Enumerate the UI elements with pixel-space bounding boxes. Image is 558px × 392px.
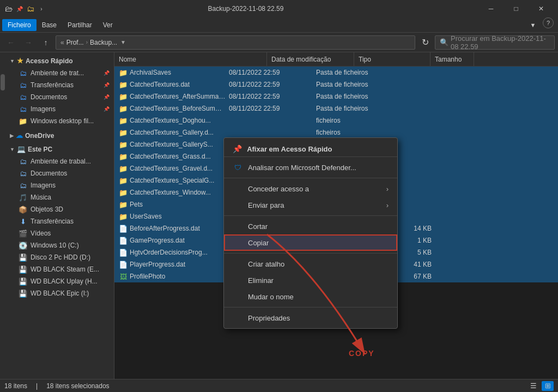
folder-icon: 🗂	[19, 181, 27, 190]
file-type: Pasta de ficheiros	[316, 69, 392, 76]
folder-icon: 📁	[119, 200, 128, 209]
minimize-button[interactable]: ─	[478, 0, 504, 17]
search-box[interactable]: 🔍 Procurar em Backup-2022-11-08 22.59	[435, 35, 555, 50]
send-icon	[233, 200, 242, 210]
help-button[interactable]: ?	[543, 17, 554, 28]
context-item-defender[interactable]: 🛡 Analisar com Microsoft Defender...	[224, 159, 397, 176]
table-row[interactable]: 📁 CatchedTextures_Gallery.d... ficheiros	[114, 126, 558, 138]
menu-base[interactable]: Base	[37, 19, 62, 31]
sidebar-item-objetos3d[interactable]: 📦 Objetos 3D	[5, 203, 114, 215]
sidebar-item-docs[interactable]: 🗂 Documentos	[5, 167, 114, 179]
context-item-mudar-nome[interactable]: Mudar o nome	[224, 288, 397, 305]
title-bar: 🗁 📌 🗂 › Backup-2022-11-08 22.59 ─ □ ✕	[0, 0, 558, 17]
status-bar: 18 itens | 18 itens selecionados ☰ ⊞	[0, 379, 558, 392]
file-date: 08/11/2022 22:59	[229, 105, 316, 112]
star-icon: ★	[17, 57, 23, 65]
help-dropdown[interactable]: ▼	[525, 17, 541, 33]
sidebar-scroll-area	[0, 52, 5, 379]
sidebar-item-ambiente[interactable]: 🗂 Ambiente de trat... 📌	[5, 67, 114, 79]
context-separator	[224, 253, 397, 254]
file-name: CatchedTextures_Gravel.d...	[130, 165, 229, 172]
file-icon-cell: 📁 CatchedTextures_AfterSummary.dat	[114, 92, 229, 101]
sidebar-item-drive-e[interactable]: 💾 WD BLACK Steam (E...	[5, 263, 114, 275]
sidebar-item-videos[interactable]: 🎬 Vídeos	[5, 227, 114, 239]
drive-icon: 💾	[19, 253, 27, 262]
file-date: 08/11/2022 22:59	[229, 93, 316, 100]
file-icon-cell: 📁 CatchedTextures_BeforeSummary.dat	[114, 104, 229, 113]
context-item-label: Analisar com Microsoft Defender...	[248, 164, 356, 172]
file-name: PlayerProgress.dat	[130, 261, 229, 268]
up-button[interactable]: ↑	[38, 35, 53, 50]
sidebar-item-drive-d[interactable]: 💾 Disco 2 Pc HDD (D:)	[5, 251, 114, 263]
file-type: Pasta de ficheiros	[316, 105, 392, 112]
sidebar-item-documentos[interactable]: 🗂 Documentos 📌	[5, 91, 114, 103]
table-row[interactable]: 📁 CatchedTextures.dat 08/11/2022 22:59 P…	[114, 79, 558, 91]
file-name: BeforeAfterProgress.dat	[130, 225, 229, 232]
table-row[interactable]: 📁 CatchedTextures_Doghou... ficheiros	[114, 114, 558, 126]
pin-icon: 📌	[104, 82, 110, 88]
context-item-eliminar[interactable]: Eliminar	[224, 272, 397, 288]
sidebar-item-label: Música	[31, 194, 110, 201]
sidebar-item-imgs[interactable]: 🗂 Imagens	[5, 179, 114, 191]
breadcrumb-dropdown[interactable]: ▼	[120, 39, 126, 45]
sidebar-item-transferencias[interactable]: 🗂 Transferências 📌	[5, 79, 114, 91]
sidebar-onedrive-label: OneDrive	[25, 132, 54, 140]
sidebar-item-imagens[interactable]: 🗂 Imagens 📌	[5, 103, 114, 115]
sidebar-item-musica[interactable]: 🎵 Música	[5, 191, 114, 203]
sidebar-este-pc-header[interactable]: ▼ 💻 Este PC	[5, 143, 114, 155]
file-name: CatchedTextures_AfterSummary.dat	[130, 93, 229, 100]
col-header-name[interactable]: Nome	[114, 52, 267, 66]
col-header-date[interactable]: Data de modificação	[267, 52, 354, 66]
shield-icon: 🛡	[233, 162, 242, 172]
sidebar-item-label: Documentos	[31, 93, 102, 101]
file-icon-cell: 📁 CatchedTextures_Gravel.d...	[114, 164, 229, 173]
sidebar-scrollbar-thumb[interactable]	[1, 74, 5, 91]
maximize-button[interactable]: □	[504, 0, 529, 17]
sidebar-item-drive-i[interactable]: 💾 WD BLACK Epic (I:)	[5, 287, 114, 299]
back-button[interactable]: ←	[3, 35, 19, 50]
breadcrumb: « Prof... › Backup... ▼	[60, 39, 126, 46]
drive-icon: 💾	[19, 265, 27, 274]
details-view-button[interactable]: ☰	[527, 381, 539, 391]
table-row[interactable]: 📁 ArchivalSaves 08/11/2022 22:59 Pasta d…	[114, 67, 558, 79]
context-item-cortar[interactable]: Cortar	[224, 218, 397, 234]
sidebar-item-label: Documentos	[31, 170, 110, 177]
file-date: 08/11/2022 22:59	[229, 81, 316, 88]
context-item-criar-atalho[interactable]: Criar atalho	[224, 256, 397, 272]
forward-button[interactable]: →	[21, 35, 36, 50]
breadcrumb-backup: Backup...	[90, 39, 117, 46]
close-button[interactable]: ✕	[529, 0, 554, 17]
context-separator	[224, 307, 397, 307]
menu-ficheiro[interactable]: Ficheiro	[2, 19, 37, 31]
delete-icon	[233, 275, 242, 285]
sidebar-quick-access-header[interactable]: ▼ ★ Acesso Rápido	[5, 55, 114, 67]
sidebar-item-desktop[interactable]: 🗂 Ambiente de trabal...	[5, 155, 114, 167]
sidebar-item-drive-c[interactable]: 💽 Windows 10 (C:)	[5, 239, 114, 251]
menu-partilhar[interactable]: Partilhar	[62, 19, 98, 31]
context-item-copiar[interactable]: Copiar	[224, 234, 397, 251]
list-view-button[interactable]: ⊞	[542, 381, 554, 391]
file-name: CatchedTextures_Gallery.d...	[130, 129, 229, 136]
context-item-label: Mudar o nome	[248, 293, 294, 301]
onedrive-icon: ☁	[16, 131, 23, 140]
status-item-count: 18 itens	[4, 382, 27, 390]
sidebar-item-windows-desktop[interactable]: 📁 Windows desktop fil...	[5, 115, 114, 127]
chevron-right-icon: ›	[386, 185, 389, 193]
menu-ver[interactable]: Ver	[98, 19, 118, 31]
context-item-conceder[interactable]: Conceder acesso a ›	[224, 180, 397, 197]
refresh-button[interactable]: ↻	[417, 35, 433, 50]
sidebar-item-transferencias2[interactable]: ⬇ Transferências	[5, 215, 114, 227]
sidebar-item-drive-h[interactable]: 💾 WD BLACK Uplay (H...	[5, 275, 114, 287]
table-row[interactable]: 📁 CatchedTextures_AfterSummary.dat 08/11…	[114, 91, 558, 102]
context-item-enviar[interactable]: Enviar para ›	[224, 197, 397, 213]
table-row[interactable]: 📁 CatchedTextures_BeforeSummary.dat 08/1…	[114, 102, 558, 114]
chevron-right-icon: ›	[386, 201, 389, 209]
col-header-type[interactable]: Tipo	[354, 52, 430, 66]
context-item-propriedades[interactable]: Propriedades	[224, 310, 397, 326]
pin-icon: 📌	[104, 70, 110, 76]
address-box[interactable]: « Prof... › Backup... ▼	[56, 35, 415, 50]
col-header-size[interactable]: Tamanho	[430, 52, 474, 66]
file-icon-cell: 🖼 ProfilePhoto	[114, 272, 229, 281]
sidebar-item-label: Windows 10 (C:)	[31, 242, 110, 249]
sidebar-onedrive-header[interactable]: ▶ ☁ OneDrive	[5, 129, 114, 142]
